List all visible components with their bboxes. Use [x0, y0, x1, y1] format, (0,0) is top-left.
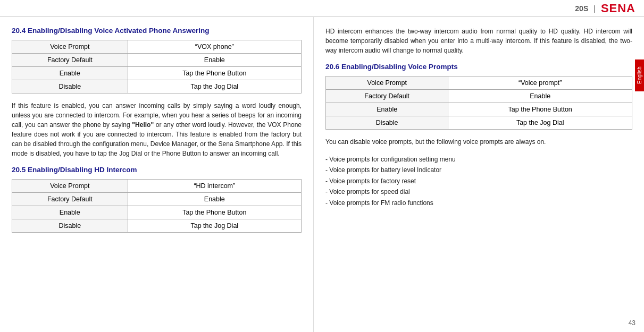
table-cell: Tap the Jog Dial — [448, 116, 632, 130]
page-header: 20S | SENA — [0, 0, 644, 17]
main-content: 20.4 Enabling/Disabling Voice Activated … — [0, 17, 644, 332]
section-20-4-heading: 20.4 Enabling/Disabling Voice Activated … — [12, 27, 302, 35]
page-number: 43 — [629, 319, 635, 327]
voice-prompts-list: - Voice prompts for configuration settin… — [325, 154, 632, 208]
table-cell: Enable — [326, 103, 448, 116]
table-cell: Enable — [128, 193, 301, 206]
english-tab: English — [635, 59, 644, 91]
list-item: - Voice prompts for configuration settin… — [325, 154, 632, 165]
table-cell: Tap the Jog Dial — [128, 219, 301, 233]
sena-logo: SENA — [601, 2, 635, 15]
table-cell: “HD intercom” — [128, 180, 301, 193]
table-cell: Tap the Phone Button — [128, 67, 301, 80]
table-cell: Factory Default — [326, 90, 448, 103]
section-20-4-body: If this feature is enabled, you can answ… — [12, 101, 302, 158]
table-cell: Tap the Phone Button — [128, 206, 301, 219]
table-cell: Voice Prompt — [12, 180, 128, 193]
table-cell: Enable — [12, 67, 128, 80]
section-20-5-table: Voice Prompt“HD intercom”Factory Default… — [12, 179, 302, 233]
table-cell: Enable — [128, 54, 301, 67]
intro-text: HD intercom enhances the two-way interco… — [325, 27, 632, 55]
table-cell: Tap the Phone Button — [448, 103, 632, 116]
section-20-6-table: Voice Prompt“Voice prompt”Factory Defaul… — [325, 76, 632, 130]
left-column: 20.4 Enabling/Disabling Voice Activated … — [0, 17, 314, 332]
section-20-6: 20.6 Enabling/Disabling Voice Prompts Vo… — [325, 63, 632, 208]
table-cell: Voice Prompt — [326, 76, 448, 90]
table-cell: Enable — [12, 206, 128, 219]
table-cell: Disable — [326, 116, 448, 130]
list-item: - Voice prompts for factory reset — [325, 176, 632, 186]
table-cell: Disable — [12, 80, 128, 93]
list-item: - Voice prompts for FM radio functions — [325, 198, 632, 208]
list-item: - Voice prompts for speed dial — [325, 186, 632, 197]
section-20-6-body: You can disable voice prompts, but the f… — [325, 137, 632, 147]
table-cell: Disable — [12, 219, 128, 233]
table-cell: Factory Default — [12, 54, 128, 67]
right-column: English HD intercom enhances the two-way… — [314, 17, 644, 332]
table-cell: Enable — [448, 90, 632, 103]
section-20-5-heading: 20.5 Enabling/Disabling HD Intercom — [12, 166, 302, 174]
separator: | — [593, 4, 596, 13]
table-cell: Tap the Jog Dial — [128, 80, 301, 93]
section-20-6-heading: 20.6 Enabling/Disabling Voice Prompts — [325, 63, 632, 71]
table-cell: Voice Prompt — [12, 40, 128, 54]
section-20-4-table: Voice Prompt“VOX phone”Factory DefaultEn… — [12, 40, 302, 93]
table-cell: Factory Default — [12, 193, 128, 206]
table-cell: “Voice prompt” — [448, 76, 632, 90]
table-cell: “VOX phone” — [128, 40, 301, 54]
section-20-4: 20.4 Enabling/Disabling Voice Activated … — [12, 27, 302, 158]
section-20-5: 20.5 Enabling/Disabling HD Intercom Voic… — [12, 166, 302, 233]
page-label: 20S — [575, 4, 588, 13]
list-item: - Voice prompts for battery level Indica… — [325, 165, 632, 175]
